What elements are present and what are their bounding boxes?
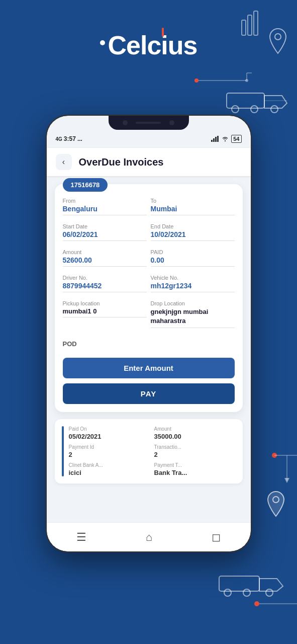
- svg-rect-19: [219, 576, 259, 591]
- history-amount-section: Amount 35000.00: [154, 426, 236, 440]
- payment-history-card: Paid On 05/02/2021 Amount 35000.00 Payme…: [55, 419, 243, 484]
- to-label: To: [151, 198, 235, 204]
- from-label: From: [63, 198, 147, 204]
- svg-rect-2: [254, 11, 258, 35]
- end-date-value: 10/02/2021: [151, 230, 235, 238]
- page-title: OverDue Invoices: [79, 156, 164, 168]
- payment-type-value: Bank Tra...: [154, 469, 236, 476]
- svg-point-5: [245, 79, 248, 82]
- payment-id-value: 2: [69, 451, 150, 458]
- svg-point-21: [243, 589, 250, 596]
- logo-dot: [100, 40, 105, 45]
- driver-value: 8879944452: [63, 282, 147, 290]
- app-logo: Celcius: [100, 30, 197, 60]
- signal-icon: [211, 136, 219, 142]
- status-bar: 4G 3:57 ... 54: [47, 130, 251, 148]
- paid-on-value: 05/02/2021: [69, 433, 150, 440]
- bank-section: Clinet Bank A... icici: [69, 462, 150, 476]
- transaction-section: Transactio... 2: [154, 444, 236, 458]
- payment-type-section: Payment T... Bank Tra...: [154, 462, 236, 476]
- time-display: 3:57: [64, 135, 76, 142]
- back-button[interactable]: ‹: [56, 154, 72, 170]
- svg-rect-27: [215, 137, 217, 142]
- payment-id-section: Payment Id 2: [69, 444, 150, 458]
- paid-on-section: Paid On 05/02/2021: [69, 426, 150, 440]
- payment-grid: Paid On 05/02/2021 Amount 35000.00 Payme…: [69, 426, 236, 476]
- paid-on-label: Paid On: [69, 426, 150, 432]
- bank-value: icici: [69, 469, 150, 476]
- end-date-label: End Date: [151, 223, 235, 229]
- svg-rect-9: [227, 93, 264, 108]
- svg-point-12: [271, 106, 278, 113]
- vehicle-label: Vehicle No.: [151, 275, 235, 281]
- svg-point-14: [272, 453, 277, 458]
- paid-label: PAID: [151, 249, 235, 255]
- payment-id-label: Payment Id: [69, 444, 150, 450]
- history-amount-value: 35000.00: [154, 433, 236, 440]
- back-nav-icon[interactable]: ◻: [212, 531, 221, 544]
- svg-point-22: [266, 589, 273, 596]
- svg-rect-1: [248, 15, 252, 35]
- pod-label: POD: [63, 340, 77, 348]
- from-col: From Bengaluru: [63, 198, 147, 215]
- menu-nav-icon[interactable]: ☰: [76, 531, 86, 544]
- date-row: Start Date 06/02/2021 End Date 10/02/202…: [63, 223, 235, 241]
- paid-col: PAID 0.00: [151, 249, 235, 267]
- svg-rect-25: [211, 140, 213, 142]
- home-nav-icon[interactable]: ⌂: [146, 531, 152, 544]
- amount-label: Amount: [63, 249, 147, 255]
- driver-label: Driver No.: [63, 275, 147, 281]
- svg-point-20: [224, 589, 231, 596]
- drop-label: Drop Location: [151, 300, 235, 306]
- wifi-icon: [221, 136, 229, 142]
- invoice-card: 17516678 From Bengaluru To Mumbai: [55, 184, 243, 412]
- history-amount-label: Amount: [154, 426, 236, 432]
- svg-point-18: [273, 497, 279, 503]
- invoice-id-badge: 17516678: [63, 178, 108, 192]
- svg-point-10: [232, 106, 239, 113]
- back-chevron-icon: ‹: [62, 157, 65, 167]
- drop-col: Drop Location gnekjnjgn mumbai maharastr…: [151, 300, 235, 328]
- pickup-value: mumbai1 0: [63, 307, 147, 315]
- payment-type-label: Payment T...: [154, 462, 236, 468]
- vehicle-col: Vehicle No. mh12gr1234: [151, 275, 235, 292]
- start-date-value: 06/02/2021: [63, 230, 147, 238]
- to-col: To Mumbai: [151, 198, 235, 215]
- to-value: Mumbai: [151, 205, 235, 213]
- pickup-label: Pickup location: [63, 300, 147, 306]
- svg-rect-28: [217, 136, 219, 142]
- svg-point-8: [275, 34, 281, 40]
- payment-bar-indicator: [62, 426, 64, 476]
- svg-point-11: [251, 106, 258, 113]
- bottom-nav: ☰ ⌂ ◻: [47, 522, 251, 551]
- amount-col: Amount 52600.00: [63, 249, 147, 267]
- from-value: Bengaluru: [63, 205, 147, 213]
- end-date-col: End Date 10/02/2021: [151, 223, 235, 241]
- logo-text: Celcius: [108, 30, 197, 60]
- status-dots: ...: [77, 135, 82, 142]
- amount-row: Amount 52600.00 PAID 0.00: [63, 249, 235, 267]
- start-date-label: Start Date: [63, 223, 147, 229]
- pod-section: POD: [63, 336, 235, 352]
- pickup-col: Pickup location mumbai1 0: [63, 300, 147, 317]
- transaction-label: Transactio...: [154, 444, 236, 450]
- svg-rect-26: [213, 138, 215, 142]
- from-to-row: From Bengaluru To Mumbai: [63, 198, 235, 215]
- start-date-col: Start Date 06/02/2021: [63, 223, 147, 241]
- phone-frame: 4G 3:57 ... 54: [46, 115, 252, 552]
- content-area: 17516678 From Bengaluru To Mumbai: [47, 176, 251, 531]
- vehicle-value: mh12gr1234: [151, 282, 235, 290]
- location-row: Pickup location mumbai1 0 Drop Location …: [63, 300, 235, 328]
- drop-value: gnekjnjgn mumbai maharastra: [151, 307, 235, 326]
- driver-col: Driver No. 8879944452: [63, 275, 147, 292]
- enter-amount-button[interactable]: Enter Amount: [63, 358, 235, 378]
- svg-rect-0: [242, 20, 246, 35]
- phone-notch: [109, 116, 189, 130]
- bank-label: Clinet Bank A...: [69, 462, 150, 468]
- transaction-value: 2: [154, 451, 236, 458]
- pay-button[interactable]: PAY: [63, 383, 235, 404]
- paid-value: 0.00: [151, 256, 235, 264]
- svg-marker-17: [284, 478, 289, 483]
- driver-vehicle-row: Driver No. 8879944452 Vehicle No. mh12gr…: [63, 275, 235, 292]
- network-indicator: 4G: [56, 136, 62, 142]
